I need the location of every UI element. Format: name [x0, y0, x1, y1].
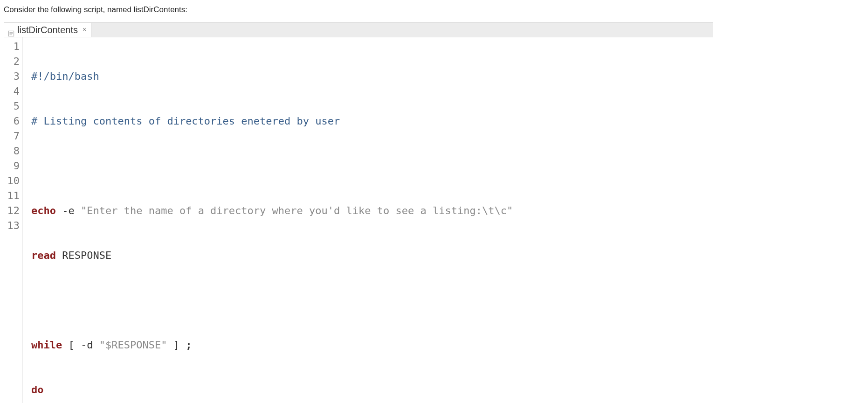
code-line: while [ -d "$RESPONSE" ] ; [31, 338, 708, 353]
line-number: 11 [4, 188, 20, 203]
line-number: 9 [4, 159, 20, 174]
editor-tabbar: listDirContents × [4, 23, 713, 37]
code-line: # Listing contents of directories eneter… [31, 114, 708, 129]
code-area: 1 2 3 4 5 6 7 8 9 10 11 12 13 #!/bin/bas… [4, 37, 713, 403]
line-number: 2 [4, 54, 20, 69]
line-number: 1 [4, 39, 20, 54]
line-number: 4 [4, 84, 20, 99]
line-number: 3 [4, 69, 20, 84]
code-line: echo -e "Enter the name of a directory w… [31, 203, 708, 218]
line-number: 12 [4, 203, 20, 218]
line-number: 6 [4, 114, 20, 129]
code-line: read RESPONSE [31, 248, 708, 263]
line-number: 7 [4, 129, 20, 144]
code-line [31, 159, 708, 174]
line-number: 10 [4, 174, 20, 188]
editor-tab-label: listDirContents [17, 23, 78, 37]
code-line: do [31, 382, 708, 397]
code-editor: listDirContents × 1 2 3 4 5 6 7 8 9 10 1… [4, 22, 713, 403]
editor-tab-listdircontents[interactable]: listDirContents × [4, 23, 91, 37]
code-line [31, 293, 708, 308]
code-content: #!/bin/bash # Listing contents of direct… [23, 37, 713, 403]
close-icon[interactable]: × [83, 25, 86, 35]
line-number-gutter: 1 2 3 4 5 6 7 8 9 10 11 12 13 [4, 37, 23, 403]
line-number: 13 [4, 218, 20, 233]
line-number: 8 [4, 144, 20, 159]
line-number: 5 [4, 99, 20, 114]
intro-text: Consider the following script, named lis… [4, 4, 864, 16]
code-line: #!/bin/bash [31, 69, 708, 84]
question-container: Consider the following script, named lis… [0, 0, 868, 403]
file-icon [8, 27, 14, 33]
